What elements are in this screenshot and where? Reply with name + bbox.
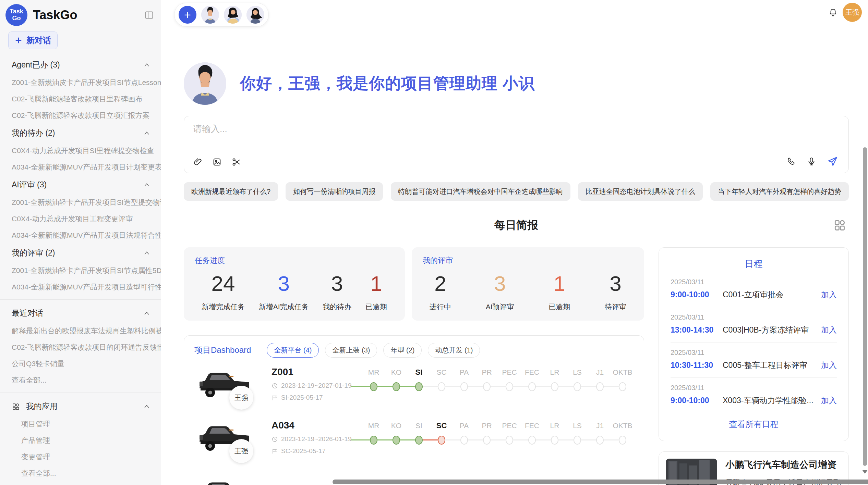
join-event-link[interactable]: 加入	[821, 325, 837, 335]
recent-chat-item[interactable]: 公司Q3轻卡销量	[0, 356, 161, 372]
stat-row: 24新增完成任务3新增AI完成任务3我的待办1已逾期	[195, 272, 394, 312]
project-code[interactable]: A034	[272, 420, 362, 431]
suggestion-chip[interactable]: 当下年轻人对汽车外观有怎样的喜好趋势	[710, 182, 849, 201]
schedule-event: 2025/03/1110:30-11:30C005-整车工程目标评审加入	[671, 349, 837, 378]
milestone-sc: SC	[430, 368, 453, 410]
sidebar-task-item[interactable]: Z001-全新燃油皮卡产品开发项目SI节点Lesson Learn报告	[0, 74, 161, 91]
milestone-label: OKTB	[611, 421, 634, 430]
join-event-link[interactable]: 加入	[821, 395, 837, 406]
suggestion-chip[interactable]: 欧洲新规最近颁布了什么?	[184, 182, 278, 201]
member-avatar-3[interactable]	[246, 6, 264, 24]
join-event-link[interactable]: 加入	[821, 289, 837, 300]
my-cloud-space[interactable]: 我的云空间	[0, 482, 161, 485]
project-dates: 2023-12-19~2026-01-19	[272, 435, 362, 443]
milestone-label: PEC	[498, 421, 521, 430]
project-media: 王强	[194, 366, 272, 410]
content-columns: 任务进度24新增完成任务3新增AI完成任务3我的待办1已逾期我的评审2进行中3A…	[184, 247, 849, 485]
suggestion-chip[interactable]: 比亚迪全固态电池计划具体说了什么	[578, 182, 703, 201]
chat-input[interactable]	[193, 124, 707, 134]
recent-chat-item[interactable]: 查看全部...	[0, 372, 161, 388]
filter-chip[interactable]: 全新平台 (4)	[267, 343, 319, 358]
vertical-scrollbar[interactable]	[863, 0, 867, 485]
join-event-link[interactable]: 加入	[821, 360, 837, 371]
app-link-item[interactable]: 项目管理	[0, 416, 161, 432]
sidebar-task-item[interactable]: A034-全新新能源MUV产品开发项目法规符合性评审	[0, 227, 161, 244]
image-icon[interactable]	[212, 157, 222, 167]
greeting-section: 你好，王强，我是你的项目管理助理 小识	[184, 62, 535, 105]
sidebar-section-label: 我的评审 (2)	[12, 248, 55, 258]
sidebar-task-item[interactable]: C0X4-动力总成开发项目SI里程碑提交物检查	[0, 142, 161, 159]
stat-card-title: 任务进度	[195, 256, 394, 266]
milestone-label: PEC	[498, 368, 521, 377]
apps-grid-icon	[12, 402, 20, 411]
clock-icon	[272, 436, 278, 443]
sidebar-section-header[interactable]: Agent已办 (3)	[0, 55, 161, 74]
sidebar-task-item[interactable]: A034-全新新能源MUV产品开发项目计划变更表编写	[0, 159, 161, 175]
event-row: 10:30-11:30C005-整车工程目标评审加入	[671, 360, 837, 371]
collapse-sidebar-icon[interactable]	[144, 10, 154, 20]
member-avatar-2[interactable]	[224, 6, 242, 24]
horizontal-scrollbar-thumb[interactable]	[333, 480, 868, 484]
milestone-label: PR	[475, 421, 498, 430]
notification-bell-icon[interactable]	[828, 8, 838, 17]
view-all-schedule-link[interactable]: 查看所有日程	[671, 419, 837, 430]
sidebar-section-header[interactable]: 我的待办 (2)	[0, 124, 161, 142]
sidebar-section-header[interactable]: AI评审 (3)	[0, 175, 161, 194]
recent-chat-item[interactable]: C02-飞腾新能源轻客改款项目的闭环通告反馈情况	[0, 339, 161, 356]
filter-chip[interactable]: 年型 (2)	[383, 343, 422, 358]
milestone-dot	[415, 382, 423, 391]
stat-item: 3AI预评审	[486, 272, 514, 312]
project-code[interactable]: Z001	[272, 366, 362, 377]
member-avatar-1[interactable]	[201, 6, 219, 24]
event-date: 2025/03/11	[671, 278, 837, 286]
sidebar-task-item[interactable]: Z001-全新燃油轻卡产品开发项目SI节点属性5D文件评审	[0, 262, 161, 279]
chevron-up-icon	[143, 403, 150, 410]
sidebar-task-item[interactable]: C02-飞腾新能源轻客改款项目里程碑画布	[0, 91, 161, 107]
microphone-icon[interactable]	[807, 157, 816, 166]
sidebar-section-header[interactable]: 我的评审 (2)	[0, 244, 161, 262]
sidebar-task-item[interactable]: C02-飞腾新能源轻客改款项目立项汇报方案	[0, 107, 161, 124]
stat-value: 1	[548, 272, 570, 295]
dashboard-filters: 全新平台 (4)全新上装 (3)年型 (2)动总开发 (1)	[267, 343, 480, 358]
phone-call-icon[interactable]	[786, 157, 796, 166]
my-apps-header[interactable]: 我的应用	[0, 397, 161, 416]
app-logo: Task Go	[5, 4, 27, 26]
sidebar-task-item[interactable]: C0X4-动力总成开发项目工程变更评审	[0, 211, 161, 227]
daily-brief-title: 每日简报	[184, 218, 849, 233]
scroll-down-arrow-icon[interactable]	[862, 470, 868, 474]
stat-item: 1已逾期	[548, 272, 570, 312]
scissors-icon[interactable]	[231, 157, 241, 167]
truck-image	[194, 475, 253, 485]
filter-chip[interactable]: 全新上装 (3)	[325, 343, 377, 358]
sidebar-task-item[interactable]: A034-全新新能源MUV产品开发项目造型可行性评审	[0, 279, 161, 295]
milestone-lr: LR	[543, 368, 566, 410]
milestone-dot	[506, 382, 513, 391]
stat-item: 1已逾期	[365, 272, 387, 312]
filter-chip[interactable]: 动总开发 (1)	[428, 343, 480, 358]
stat-value: 24	[202, 272, 245, 295]
send-icon[interactable]	[827, 156, 838, 167]
stat-value: 3	[605, 272, 626, 295]
milestone-si: SI	[408, 421, 430, 464]
app-link-item[interactable]: 查看全部...	[0, 465, 161, 482]
recent-chat-item[interactable]: 解释最新出台的欧盟报废车法规再生塑料比例被调至15%...	[0, 323, 161, 339]
add-member-button[interactable]: +	[179, 6, 196, 24]
layout-grid-icon[interactable]	[833, 219, 846, 232]
user-avatar[interactable]: 王强	[843, 3, 862, 22]
recent-chats-header[interactable]: 最近对话	[0, 304, 161, 323]
milestone-label: LR	[543, 421, 566, 430]
event-time: 9:00-10:00	[671, 290, 723, 299]
attachment-icon[interactable]	[193, 157, 203, 167]
assistant-avatar	[184, 62, 226, 105]
chevron-up-icon	[143, 249, 150, 257]
project-list: 王强Z0012023-12-19~2027-01-19SI-2025-05-17…	[194, 366, 634, 464]
app-link-item[interactable]: 产品管理	[0, 432, 161, 449]
sidebar-task-item[interactable]: Z001-全新燃油轻卡产品开发项目SI造型提交物评审	[0, 194, 161, 211]
new-chat-button[interactable]: 新对话	[8, 32, 58, 49]
suggestion-chip[interactable]: 如何写一份清晰的项目周报	[286, 182, 383, 201]
suggestion-chip[interactable]: 特朗普可能对进口汽车增税会对中国车企造成哪些影响	[391, 182, 570, 201]
app-link-item[interactable]: 变更管理	[0, 449, 161, 465]
vertical-scrollbar-thumb[interactable]	[863, 147, 867, 466]
suggestion-chips: 欧洲新规最近颁布了什么?如何写一份清晰的项目周报特朗普可能对进口汽车增税会对中国…	[184, 182, 849, 201]
horizontal-scrollbar[interactable]	[333, 480, 868, 484]
